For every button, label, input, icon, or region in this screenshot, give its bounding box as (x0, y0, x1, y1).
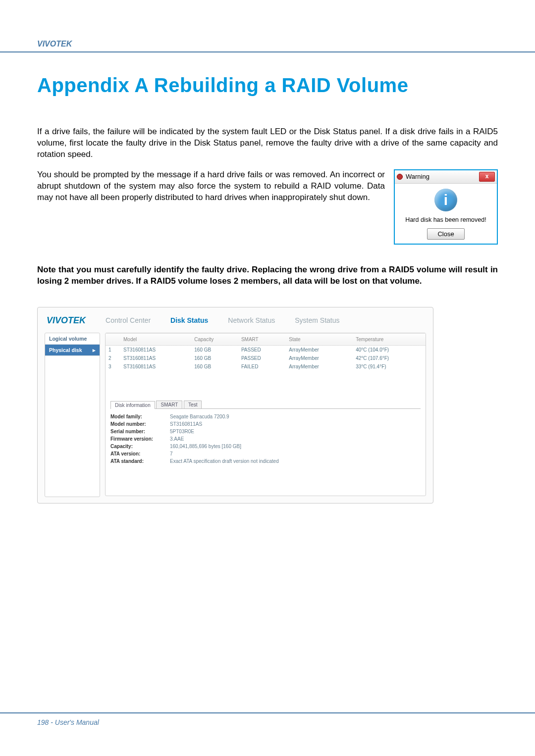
info-value: 160,041,885,696 bytes [160 GB] (170, 444, 241, 449)
disk-info-rows: Model family:Seagate Barracuda 7200.9 Mo… (106, 413, 426, 465)
info-row: Firmware version:3.AAE (110, 435, 421, 443)
cell-smart: PASSED (238, 345, 286, 354)
cell-model: ST3160811AS (120, 362, 191, 371)
cell-capacity: 160 GB (191, 345, 238, 354)
info-label: Capacity: (110, 444, 170, 449)
table-row[interactable]: 1 ST3160811AS 160 GB PASSED ArrayMember … (106, 345, 426, 354)
cell-idx: 1 (106, 345, 120, 354)
warning-dialog: Warning x i Hard disk has been removed! … (394, 169, 498, 245)
info-label: Model family: (110, 414, 170, 419)
cell-temp: 42°C (107.6°F) (353, 354, 426, 362)
warning-dot-icon (397, 174, 403, 180)
info-label: ATA standard: (110, 458, 170, 464)
paragraph-with-dialog-row: You should be prompted by the message if… (37, 169, 498, 245)
info-label: Firmware version: (110, 436, 170, 442)
info-label: Model number: (110, 421, 170, 427)
page-footer: 198 - User's Manual (0, 712, 535, 726)
tab-system-status[interactable]: System Status (295, 316, 339, 324)
info-value: 7 (170, 451, 173, 456)
subtab-smart[interactable]: SMART (156, 401, 182, 408)
cell-model: ST3160811AS (120, 345, 191, 354)
info-value: ST3160811AS (170, 421, 202, 427)
app-topbar: VIVOTEK Control Center Disk Status Netwo… (45, 313, 426, 333)
info-value: Seagate Barracuda 7200.9 (170, 414, 229, 419)
dialog-close-x[interactable]: x (479, 172, 495, 182)
page: VIVOTEK Appendix A Rebuilding a RAID Vol… (0, 0, 535, 756)
info-row: Capacity:160,041,885,696 bytes [160 GB] (110, 443, 421, 450)
subtab-test[interactable]: Test (184, 401, 202, 408)
table-row[interactable]: 3 ST3160811AS 160 GB FAILED ArrayMember … (106, 362, 426, 371)
col-idx (106, 333, 120, 345)
dialog-close-button[interactable]: Close (427, 228, 464, 240)
info-value: 3.AAE (170, 436, 184, 442)
warning-title-text: Warning (406, 173, 429, 180)
col-state: State (286, 333, 353, 345)
tab-network-status[interactable]: Network Status (228, 316, 275, 324)
cell-capacity: 160 GB (191, 354, 238, 362)
disk-table: Model Capacity SMART State Temperature 1… (106, 333, 426, 371)
col-capacity: Capacity (191, 333, 238, 345)
tab-disk-status[interactable]: Disk Status (170, 316, 208, 324)
page-title: Appendix A Rebuilding a RAID Volume (37, 74, 498, 97)
col-temperature: Temperature (353, 333, 426, 345)
cell-state: ArrayMember (286, 362, 353, 371)
table-row[interactable]: 2 ST3160811AS 160 GB PASSED ArrayMember … (106, 354, 426, 362)
page-header: VIVOTEK (0, 40, 535, 52)
cell-temp: 33°C (91.4°F) (353, 362, 426, 371)
info-value: Exact ATA specification draft version no… (170, 458, 279, 464)
intro-paragraph-2: You should be prompted by the message if… (37, 169, 385, 236)
sidebar-item-physical-disk[interactable]: Physical disk (45, 345, 100, 356)
sidebar: Logical volume Physical disk (45, 333, 100, 497)
subtabs: Disk information SMART Test (106, 401, 426, 409)
table-header-row: Model Capacity SMART State Temperature (106, 333, 426, 345)
main-pane: Model Capacity SMART State Temperature 1… (105, 333, 426, 496)
brand-label: VIVOTEK (37, 40, 72, 48)
app-body: Logical volume Physical disk Model Capac… (45, 333, 426, 497)
content-area: Appendix A Rebuilding a RAID Volume If a… (37, 74, 498, 504)
warning-titlebar: Warning x (395, 170, 497, 184)
info-row: Model family:Seagate Barracuda 7200.9 (110, 413, 421, 420)
col-model: Model (120, 333, 191, 345)
cell-smart: PASSED (238, 354, 286, 362)
cell-capacity: 160 GB (191, 362, 238, 371)
warning-body: i Hard disk has been removed! Close (395, 184, 497, 244)
info-label: Serial number: (110, 429, 170, 434)
sidebar-item-logical-volume[interactable]: Logical volume (45, 333, 100, 345)
info-row: Model number:ST3160811AS (110, 420, 421, 428)
cell-idx: 2 (106, 354, 120, 362)
tab-control-center[interactable]: Control Center (106, 316, 151, 324)
info-row: ATA version:7 (110, 450, 421, 457)
subtab-underline (110, 408, 421, 409)
intro-paragraph-1: If a drive fails, the failure will be in… (37, 126, 498, 160)
app-logo: VIVOTEK (47, 315, 86, 326)
cell-state: ArrayMember (286, 354, 353, 362)
info-label: ATA version: (110, 451, 170, 456)
cell-temp: 40°C (104.0°F) (353, 345, 426, 354)
subtab-disk-information[interactable]: Disk information (110, 401, 155, 409)
info-row: ATA standard:Exact ATA specification dra… (110, 457, 421, 465)
caution-note: Note that you must carefully identify th… (37, 264, 498, 287)
disk-status-screenshot: VIVOTEK Control Center Disk Status Netwo… (37, 307, 433, 504)
info-row: Serial number:5PT03R0E (110, 428, 421, 435)
warning-message: Hard disk has been removed! (398, 216, 494, 223)
info-icon: i (434, 189, 457, 211)
cell-state: ArrayMember (286, 345, 353, 354)
cell-idx: 3 (106, 362, 120, 371)
info-value: 5PT03R0E (170, 429, 194, 434)
cell-model: ST3160811AS (120, 354, 191, 362)
col-smart: SMART (238, 333, 286, 345)
footer-text: 198 - User's Manual (37, 718, 99, 726)
cell-smart: FAILED (238, 362, 286, 371)
